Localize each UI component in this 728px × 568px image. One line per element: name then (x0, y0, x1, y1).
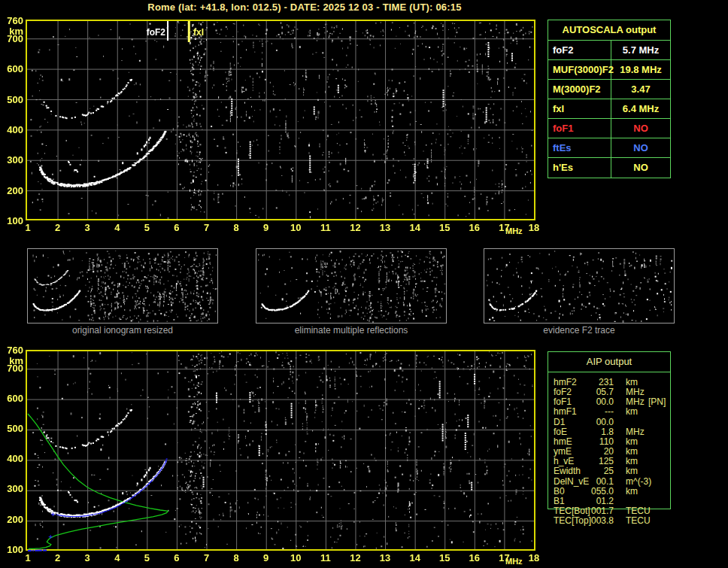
aip-val: 25 (581, 466, 614, 476)
aip-row-hme: hmE110km (548, 437, 724, 447)
aip-row-yme: ymE20km (548, 447, 724, 457)
aip-param: B0 (554, 487, 565, 497)
autoscala-row-ftes: ftEsNO (548, 138, 670, 158)
parameter-name: foF2 (548, 41, 611, 59)
aip-val: 231 (581, 378, 614, 387)
aip-val: 110 (581, 437, 614, 447)
bottom-y-tick: 400 (1, 454, 23, 464)
bottom-x-tick: 11 (314, 553, 337, 563)
bottom-y-tick: 760 (1, 345, 23, 356)
aip-param: hmE (554, 437, 572, 447)
autoscala-table-header: AUTOSCALA output (548, 20, 670, 41)
top-y-tick: 500 (1, 95, 23, 105)
aip-unit: km (626, 437, 638, 447)
aip-row-fof1: foF100.0MHz[PN] (548, 397, 724, 407)
panel-original-ionogram (27, 248, 218, 323)
aip-unit: km (626, 407, 638, 417)
evidence-f2-canvas (484, 249, 674, 323)
parameter-value: 5.7 MHz (611, 41, 670, 59)
aip-val: 00.0 (581, 397, 614, 407)
bottom-y-tick: 300 (1, 484, 23, 494)
parameter-name: fxI (548, 99, 611, 118)
parameter-value: NO (611, 138, 670, 157)
top-y-tick: 760 (1, 16, 23, 26)
caption-original-ionogram: original ionogram resized (27, 325, 218, 336)
aip-row-tecbot: TEC[Bot]001.7TECU (548, 506, 724, 516)
caption-eliminate-reflections: eliminate multiple reflections (256, 325, 447, 336)
aip-param: hmF2 (554, 378, 577, 387)
aip-unit: MHz (626, 427, 645, 437)
aip-param: foF1 (554, 397, 572, 407)
bottom-x-tick: 4 (106, 553, 129, 563)
bottom-x-tick: 15 (433, 553, 456, 563)
top-x-tick: 10 (284, 223, 307, 233)
parameter-value: NO (611, 158, 670, 178)
top-x-tick: 11 (314, 223, 337, 233)
top-x-tick: 3 (76, 223, 99, 233)
bottom-x-tick: 2 (47, 553, 69, 563)
top-x-tick: 6 (165, 223, 188, 233)
top-ionogram-plot (25, 19, 536, 223)
aip-unit: km (626, 378, 638, 387)
panel-evidence-f2 (484, 248, 675, 323)
bottom-x-tick: 3 (76, 553, 99, 563)
aip-row-b0: B0055.0km (548, 487, 724, 497)
aip-row-foe: foE1.8MHz (548, 427, 724, 437)
top-x-tick: 2 (47, 223, 69, 233)
bottom-x-tick: 18 (523, 553, 545, 563)
aip-param: B1 (554, 497, 565, 506)
fof2-marker-label: foF2 (141, 28, 165, 38)
aip-unit: km (626, 466, 638, 476)
parameter-name: foF1 (548, 119, 611, 138)
aip-unit: TECU (626, 506, 651, 516)
bottom-x-tick: 14 (404, 553, 426, 563)
bottom-x-tick: 13 (374, 553, 396, 563)
aip-row-ewidth: Ewidth25km (548, 466, 724, 476)
autoscala-output-table: AUTOSCALA output foF25.7 MHzMUF(3000)F21… (548, 20, 671, 178)
aip-note: [PN] (648, 397, 666, 407)
aip-val: 00.0 (581, 418, 614, 427)
aip-header: AIP output (548, 352, 670, 372)
top-y-tick: 200 (1, 186, 23, 196)
bottom-x-tick: 8 (225, 553, 247, 563)
autoscala-table-rows: foF25.7 MHzMUF(3000)F219.8 MHzM(3000)F23… (548, 41, 670, 178)
bottom-x-tick: 1 (17, 553, 39, 563)
eliminate-reflections-canvas (256, 249, 446, 323)
aip-unit: MHz (626, 387, 645, 397)
parameter-name: ftEs (548, 138, 611, 157)
top-x-tick: 1 (17, 223, 39, 233)
aip-param: ymE (554, 447, 572, 457)
aip-param: hmF1 (554, 407, 577, 417)
panel-eliminate-reflections (256, 248, 447, 323)
aip-val: --- (581, 407, 614, 417)
bottom-x-tick: 5 (135, 553, 158, 563)
top-x-tick: 5 (135, 223, 158, 233)
fxi-marker-label: fxI (193, 28, 204, 38)
aip-param: D1 (554, 418, 565, 427)
top-x-tick: 13 (374, 223, 396, 233)
top-y-tick: 300 (1, 155, 23, 166)
autoscala-window: Rome (lat: +41.8, lon: 012.5) - DATE: 20… (0, 0, 728, 568)
parameter-name: M(3000)F2 (548, 80, 611, 99)
top-x-tick: 12 (344, 223, 366, 233)
top-x-tick: 9 (255, 223, 278, 233)
top-x-tick: 4 (106, 223, 129, 233)
autoscala-row-fof1: foF1NO (548, 119, 670, 138)
top-y-tick: 600 (1, 64, 23, 74)
aip-row-fof2: foF205.7MHz (548, 387, 724, 397)
aip-val: 125 (581, 457, 614, 466)
top-x-tick: 14 (404, 223, 426, 233)
top-y-tick: 400 (1, 125, 23, 135)
aip-unit: m^(-3) (626, 477, 651, 487)
aip-val: 05.7 (581, 387, 614, 397)
parameter-value: NO (611, 119, 670, 138)
aip-val: 20 (581, 447, 614, 457)
aip-row-d1: D100.0 (548, 418, 724, 427)
aip-param: Ewidth (554, 466, 581, 476)
aip-unit: MHz (626, 397, 645, 407)
aip-val: 00.1 (581, 477, 614, 487)
aip-row-delnve: DelN_vE00.1m^(-3) (548, 477, 724, 487)
parameter-name: h'Es (548, 158, 611, 178)
aip-row-hmf2: hmF2231km (548, 378, 724, 387)
aip-unit: km (626, 457, 638, 466)
